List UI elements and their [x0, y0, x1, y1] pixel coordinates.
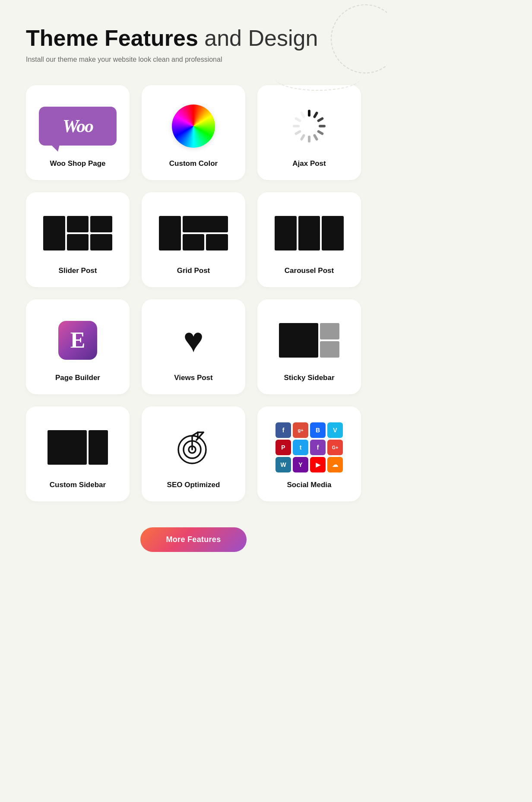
spinner-icon	[292, 109, 326, 143]
sticky-layout-icon-area	[269, 315, 349, 366]
woo-logo: Woo	[39, 107, 117, 146]
seo-optimized-label: SEO Optimized	[167, 481, 220, 489]
feature-card-slider-post: Slider Post	[26, 192, 130, 287]
color-wheel-icon	[172, 105, 215, 148]
svg-rect-6	[308, 136, 310, 143]
grid-post-label: Grid Post	[177, 266, 210, 275]
social-btn-soundcloud: ☁	[327, 457, 343, 472]
svg-rect-2	[317, 117, 324, 123]
feature-card-sticky-sidebar: Sticky Sidebar	[257, 299, 361, 394]
svg-rect-10	[294, 117, 302, 123]
svg-rect-1	[313, 111, 318, 119]
svg-rect-3	[319, 125, 326, 127]
custom-sidebar-label: Custom Sidebar	[50, 481, 106, 489]
social-btn-behance: B	[310, 422, 326, 438]
page-builder-label: Page Builder	[55, 374, 100, 382]
svg-rect-9	[293, 125, 300, 127]
carousel-layout-icon-area	[269, 208, 349, 259]
carousel-layout-icon	[275, 216, 344, 250]
more-features-section: More Features	[26, 527, 361, 552]
ajax-post-label: Ajax Post	[292, 159, 326, 168]
social-btn-yahoo: Y	[293, 457, 308, 472]
page-header: Theme Features and Design Install our th…	[26, 26, 361, 63]
woo-shop-label: Woo Shop Page	[50, 159, 105, 168]
social-grid: f g+ B V P t f G+ W Y ▶ ☁	[276, 422, 343, 472]
social-btn-googleplus: g+	[293, 422, 308, 438]
elementor-icon-area: E	[38, 315, 117, 366]
social-btn-vimeo: V	[327, 422, 343, 438]
feature-card-seo-optimized: SEO Optimized	[142, 406, 245, 501]
sticky-sidebar-label: Sticky Sidebar	[284, 374, 334, 382]
carousel-post-label: Carousel Post	[285, 266, 334, 275]
custom-color-label: Custom Color	[169, 159, 218, 168]
svg-line-16	[192, 432, 198, 436]
seo-target-icon	[174, 428, 213, 467]
svg-rect-5	[313, 134, 318, 141]
feature-card-custom-color: Custom Color	[142, 85, 245, 180]
elementor-icon: E	[58, 321, 97, 360]
heart-icon: ♥	[183, 323, 204, 358]
feature-card-ajax-post: Ajax Post	[257, 85, 361, 180]
social-btn-googleplus2: G+	[327, 440, 343, 455]
svg-rect-8	[294, 130, 302, 136]
slider-post-label: Slider Post	[59, 266, 97, 275]
grid-layout-icon-area	[154, 208, 233, 259]
sticky-layout-icon	[279, 323, 339, 358]
heart-icon-area: ♥	[154, 315, 233, 366]
svg-rect-7	[300, 134, 305, 141]
features-grid: Woo Woo Shop Page Custom Color	[26, 85, 361, 501]
feature-card-page-builder: E Page Builder	[26, 299, 130, 394]
svg-rect-0	[308, 110, 310, 117]
svg-rect-11	[300, 111, 305, 119]
social-btn-pinterest: P	[276, 440, 291, 455]
views-post-label: Views Post	[174, 374, 212, 382]
spinner-icon-area	[269, 101, 349, 152]
feature-card-woo-shop: Woo Woo Shop Page	[26, 85, 130, 180]
social-btn-twitter: t	[293, 440, 308, 455]
slider-layout-icon	[43, 216, 112, 250]
social-icons-area: f g+ B V P t f G+ W Y ▶ ☁	[269, 422, 349, 473]
page-subtitle: Install our theme make your website look…	[26, 56, 361, 63]
custom-sidebar-icon-area	[38, 422, 117, 473]
grid-layout-icon	[159, 216, 228, 250]
page-title: Theme Features and Design	[26, 26, 361, 51]
social-media-label: Social Media	[287, 481, 332, 489]
feature-card-social-media: f g+ B V P t f G+ W Y ▶ ☁ Social Media	[257, 406, 361, 501]
feature-card-views-post: ♥ Views Post	[142, 299, 245, 394]
feature-card-grid-post: Grid Post	[142, 192, 245, 287]
deco-curve	[275, 65, 361, 91]
social-btn-youtube: ▶	[310, 457, 326, 472]
social-btn-wordpress: W	[276, 457, 291, 472]
slider-layout-icon-area	[38, 208, 117, 259]
custom-sidebar-layout-icon	[48, 430, 108, 465]
feature-card-custom-sidebar: Custom Sidebar	[26, 406, 130, 501]
woo-icon-area: Woo	[38, 101, 117, 152]
seo-icon-area	[154, 422, 233, 473]
feature-card-carousel-post: Carousel Post	[257, 192, 361, 287]
social-btn-facebook2: f	[310, 440, 326, 455]
svg-rect-4	[317, 130, 324, 136]
color-wheel-icon-area	[154, 101, 233, 152]
more-features-button[interactable]: More Features	[140, 527, 247, 552]
social-btn-facebook: f	[276, 422, 291, 438]
